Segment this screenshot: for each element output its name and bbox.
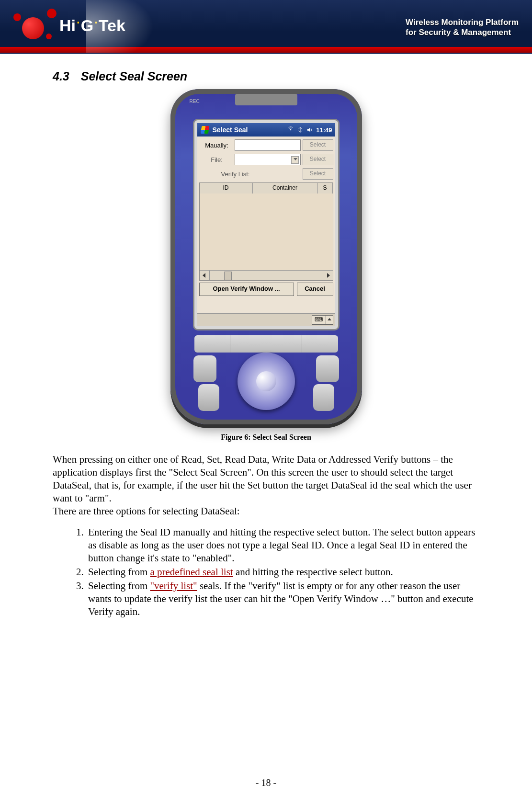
titlebar: Select Seal 11:49: [197, 123, 335, 137]
row-verify: Verify List: Select: [199, 168, 333, 180]
item2-pre: Selecting from: [88, 566, 150, 578]
list-item: Selecting from "verify list" seals. If t…: [86, 580, 479, 618]
item1-text: Entering the Seal ID manually and hittin…: [88, 526, 475, 564]
banner-red-stripe: [0, 47, 532, 53]
bottom-buttons: Open Verify Window ... Cancel: [199, 283, 333, 296]
hw-button-bottom-right[interactable]: [313, 384, 334, 411]
softkey-1[interactable]: [194, 335, 230, 353]
table-body: [200, 194, 333, 270]
open-verify-button[interactable]: Open Verify Window ...: [199, 283, 294, 296]
screen-frame: Select Seal 11:49 Maually:: [193, 119, 340, 330]
item3-pre: Selecting from: [88, 580, 150, 592]
select-manually-button[interactable]: Select: [303, 139, 333, 151]
windows-icon[interactable]: [200, 125, 210, 135]
chevron-down-icon: [294, 158, 297, 160]
section-title-text: Select Seal Screen: [81, 69, 187, 83]
row-file: File: Select: [199, 154, 333, 165]
label-file: File:: [199, 156, 235, 163]
header-banner: Hi·G·Tek Wireless Monitoring Platform fo…: [0, 0, 532, 54]
section-heading: 4.3Select Seal Screen: [53, 69, 479, 83]
input-manually[interactable]: [235, 139, 301, 151]
predefined-seal-list-link[interactable]: a predefined seal list: [150, 566, 233, 578]
row-manually: Maually: Select: [199, 139, 333, 151]
scroll-right-button[interactable]: [323, 271, 333, 280]
logo-icon: [13, 9, 57, 42]
logo-text: Hi·G·Tek: [59, 16, 125, 35]
logo-g: G: [81, 16, 93, 34]
tagline-line2: for Security & Management: [406, 27, 519, 37]
form-area: Maually: Select File: Select Verify List…: [197, 137, 335, 313]
tagline: Wireless Monitoring Platform for Securit…: [406, 17, 519, 38]
connectivity-icon: [297, 126, 304, 133]
table-header: ID Container S: [200, 183, 333, 194]
seal-table: ID Container S: [199, 182, 333, 281]
logo-hi: Hi: [59, 16, 76, 34]
section-number: 4.3: [53, 69, 69, 83]
keyboard-menu-button[interactable]: [326, 315, 333, 325]
figure-wrap: REC Select Seal 11:49: [53, 89, 479, 442]
volume-icon: [306, 126, 313, 133]
scroll-thumb[interactable]: [224, 272, 232, 280]
pda-body: REC Select Seal 11:49: [170, 89, 362, 424]
content: 4.3Select Seal Screen REC Select Seal: [0, 54, 532, 618]
select-verify-button[interactable]: Select: [303, 168, 333, 180]
pda-speaker: [235, 94, 297, 105]
signal-icon: [287, 126, 294, 133]
logo-tek: Tek: [99, 16, 125, 34]
hw-button-top-right[interactable]: [316, 355, 339, 382]
select-file-button[interactable]: Select: [303, 154, 333, 165]
status-icons: 11:49: [287, 126, 332, 134]
pda-device: REC Select Seal 11:49: [170, 89, 362, 424]
screen-title: Select Seal: [213, 126, 248, 134]
logo: Hi·G·Tek: [13, 9, 125, 42]
banner-inner: Hi·G·Tek Wireless Monitoring Platform fo…: [0, 0, 532, 53]
softkey-4[interactable]: [302, 335, 338, 353]
cancel-button[interactable]: Cancel: [297, 283, 333, 296]
scroll-left-button[interactable]: [200, 271, 210, 280]
svg-point-0: [290, 129, 292, 131]
dpad-center-button[interactable]: [256, 371, 276, 391]
document-page: { "banner": { "logo_text_parts": ["Hi", …: [0, 0, 532, 797]
clock: 11:49: [316, 126, 332, 134]
th-id[interactable]: ID: [200, 183, 253, 194]
h-scrollbar[interactable]: [200, 270, 333, 280]
hw-button-top-left[interactable]: [193, 355, 216, 382]
dropdown-file[interactable]: [235, 154, 301, 165]
keyboard-icon[interactable]: [312, 315, 326, 325]
figure-caption: Figure 6: Select Seal Screen: [53, 433, 479, 442]
item2-post: and hitting the respective select button…: [233, 566, 393, 578]
softkey-3[interactable]: [266, 335, 302, 353]
screen: Select Seal 11:49 Maually:: [197, 123, 335, 326]
list-item: Entering the Seal ID manually and hittin…: [86, 526, 479, 565]
scroll-track[interactable]: [210, 271, 323, 280]
softkey-bar: [194, 335, 338, 353]
dpad[interactable]: [238, 353, 295, 410]
verify-list-link[interactable]: "verify list": [150, 580, 197, 592]
softkey-2[interactable]: [230, 335, 266, 353]
list-item: Selecting from a predefined seal list an…: [86, 566, 479, 579]
tagline-line1: Wireless Monitoring Platform: [406, 17, 519, 27]
taskbar: [197, 313, 335, 326]
label-manually: Maually:: [199, 142, 235, 149]
th-s[interactable]: S: [318, 183, 333, 194]
label-verify: Verify List:: [199, 171, 272, 178]
page-number: - 18 -: [0, 777, 532, 788]
rec-label: REC: [190, 99, 200, 104]
options-list: Entering the Seal ID manually and hittin…: [53, 526, 479, 618]
intro-paragraph: When pressing on either one of Read, Set…: [53, 453, 479, 517]
hw-button-bottom-left[interactable]: [198, 384, 219, 411]
th-container[interactable]: Container: [253, 183, 318, 194]
